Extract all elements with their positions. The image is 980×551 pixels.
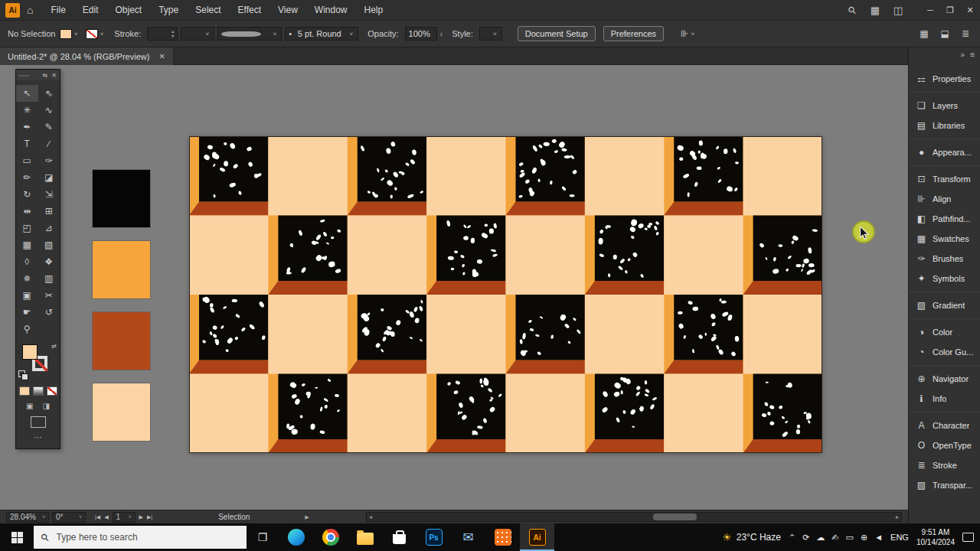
artwork-swatch-peach[interactable] (93, 383, 150, 441)
hamburger-menu-icon[interactable]: ≣ (962, 28, 969, 39)
panel-button-libraries[interactable]: ▤Libraries (909, 116, 980, 135)
panel-button-swatches[interactable]: ▦Swatches (909, 229, 980, 249)
fill-color-swatch[interactable] (60, 29, 72, 39)
default-fill-stroke-icon[interactable] (18, 370, 28, 380)
search-icon[interactable]: ⚲ (840, 0, 864, 22)
panel-button-opentype[interactable]: OOpenType (909, 435, 980, 455)
artboard-number-dropdown[interactable]: 1˅ (113, 512, 136, 523)
taskbar-app-capture[interactable] (485, 523, 520, 551)
panel-button-transform[interactable]: ⊡Transform (909, 169, 980, 189)
artwork-swatch-orange[interactable] (93, 241, 150, 298)
panel-button-character[interactable]: ACharacter (909, 416, 980, 435)
eraser-tool[interactable]: ◪ (38, 169, 60, 186)
grid-view-icon[interactable]: ▦ (920, 28, 928, 39)
stroke-caret-icon[interactable]: ˅ (100, 31, 104, 37)
menu-edit[interactable]: Edit (74, 0, 107, 20)
artwork-swatch-black[interactable] (93, 170, 150, 227)
scroll-left-icon[interactable]: ◂ (369, 514, 372, 521)
align-icon[interactable]: ⊪ (681, 28, 688, 39)
rectangle-tool[interactable]: ▭ (16, 152, 38, 169)
home-icon[interactable]: ⌂ (27, 4, 33, 16)
gradient-button[interactable] (33, 386, 44, 396)
last-artboard-icon[interactable]: ▶| (147, 514, 152, 520)
workspace-icon[interactable]: ⬓ (941, 28, 949, 39)
color-button[interactable] (19, 386, 30, 396)
taskbar-app-mail[interactable]: ✉ (451, 523, 485, 551)
width-profile-dropdown[interactable]: ˅ (217, 27, 282, 41)
task-view-button[interactable]: ❐ (247, 523, 279, 551)
draw-behind-icon[interactable]: ◨ (43, 402, 50, 410)
stroke-weight-dropdown[interactable]: ˅ (181, 27, 214, 41)
language-indicator[interactable]: ENG (890, 533, 909, 542)
taskbar-search[interactable]: ⚲ (34, 526, 247, 549)
app-layout-icon[interactable]: ▦ (864, 5, 887, 16)
document-tab[interactable]: Untitled-2* @ 28.04 % (RGB/Preview) ✕ (0, 47, 174, 65)
volume-icon[interactable]: ◄ (874, 533, 883, 542)
stroke-color-swatch[interactable] (86, 29, 98, 39)
swap-fill-stroke-icon[interactable]: ⇄ (51, 343, 57, 350)
blend-tool[interactable]: ❖ (38, 253, 60, 270)
panel-button-pathfind[interactable]: ◧Pathfind... (909, 209, 980, 229)
selection-tool[interactable]: ↖ (16, 85, 38, 102)
slice-tool[interactable]: ✂ (38, 287, 60, 304)
draw-normal-icon[interactable]: ▣ (26, 402, 33, 410)
taskbar-app-store[interactable] (382, 523, 416, 551)
panel-button-transpar[interactable]: ▨Transpar... (909, 475, 980, 495)
menu-file[interactable]: File (42, 0, 74, 20)
align-caret-icon[interactable]: ˅ (691, 31, 694, 37)
panel-collapse-icon[interactable]: ⇆ (43, 72, 48, 79)
panel-button-colorgu[interactable]: ◔Color Gu... (909, 342, 980, 362)
pen-input-icon[interactable]: ✍ (831, 533, 838, 543)
zoom-tool[interactable]: ⚲ (16, 321, 38, 337)
pen-tool[interactable]: ✒ (16, 119, 38, 135)
taskbar-app-file-explorer[interactable] (348, 523, 382, 551)
battery-icon[interactable]: ▭ (846, 533, 854, 543)
style-dropdown[interactable]: ˅ (479, 27, 502, 41)
tab-close-icon[interactable]: ✕ (158, 52, 165, 60)
curvature-tool[interactable]: ✎ (38, 119, 60, 135)
menu-help[interactable]: Help (356, 0, 392, 20)
panel-button-properties[interactable]: ⚏Properties (909, 69, 980, 89)
artwork-canvas[interactable] (189, 136, 822, 453)
screen-mode-button[interactable] (31, 416, 46, 428)
opacity-label[interactable]: Opacity: (368, 29, 398, 38)
free-transform-tool[interactable]: ⊞ (38, 203, 60, 220)
search-input[interactable] (55, 531, 216, 543)
taskbar-app-photoshop[interactable]: Ps (416, 523, 451, 551)
fill-caret-icon[interactable]: ˅ (74, 31, 78, 37)
rotation-dropdown[interactable]: 0°˅ (52, 512, 86, 523)
shaper-tool[interactable]: ✏ (16, 169, 38, 186)
taskbar-app-illustrator[interactable]: Ai (520, 523, 554, 551)
scrollbar-thumb[interactable] (653, 514, 697, 520)
panel-button-color[interactable]: ◑Color (909, 322, 980, 342)
stroke-stepper[interactable]: ▴▾ (172, 29, 174, 38)
status-expand-icon[interactable]: ▶ (305, 514, 309, 520)
symbol-sprayer-tool[interactable]: ✵ (16, 270, 38, 287)
column-graph-tool[interactable]: ▥ (38, 270, 60, 287)
paintbrush-tool[interactable]: ✑ (38, 152, 60, 169)
panel-button-layers[interactable]: ❏Layers (909, 96, 980, 116)
restore-button[interactable]: ❐ (940, 0, 960, 20)
fill-indicator[interactable] (22, 344, 38, 360)
onedrive-icon[interactable]: ☁ (816, 533, 825, 543)
artboard-tool[interactable]: ▣ (16, 287, 38, 304)
prev-artboard-icon[interactable]: ◀ (104, 514, 108, 520)
stroke-weight-field[interactable]: ▴▾ (147, 27, 178, 41)
expand-panels-icon[interactable]: » (961, 51, 965, 59)
panel-button-stroke[interactable]: ≣Stroke (909, 455, 980, 475)
close-button[interactable]: ✕ (960, 0, 980, 20)
panel-button-brushes[interactable]: ✑Brushes (909, 249, 980, 269)
gradient-tool[interactable]: ▧ (38, 236, 60, 253)
horizontal-scrollbar[interactable]: ◂ ▸ (366, 512, 902, 522)
zoom-level-dropdown[interactable]: 28.04%˅ (6, 512, 49, 523)
taskbar-app-edge[interactable] (279, 523, 313, 551)
panel-button-align[interactable]: ⊪Align (909, 189, 980, 209)
panel-button-appeara[interactable]: ●Appeara... (909, 142, 980, 162)
panel-button-symbols[interactable]: ✦Symbols (909, 269, 980, 289)
rotate-view-tool[interactable]: ↺ (38, 304, 60, 321)
panel-button-gradient[interactable]: ▧Gradient (909, 295, 980, 315)
panel-menu-icon[interactable]: ≡ (970, 51, 975, 59)
width-tool[interactable]: ⇹ (16, 203, 38, 220)
scroll-right-icon[interactable]: ▸ (896, 514, 899, 521)
hidden-icons-chevron[interactable]: ⌃ (789, 533, 795, 543)
